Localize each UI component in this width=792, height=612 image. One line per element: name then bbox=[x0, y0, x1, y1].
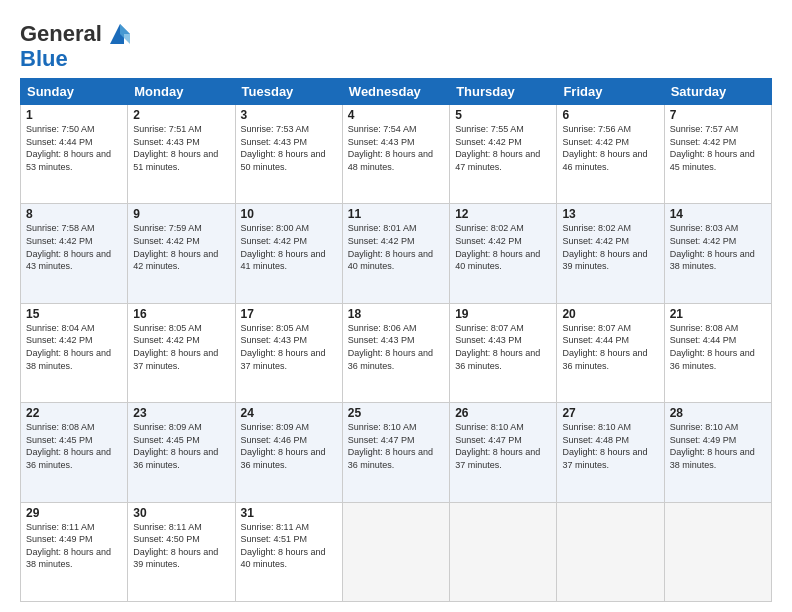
calendar-day-empty bbox=[342, 502, 449, 601]
calendar-day-26: 26 Sunrise: 8:10 AMSunset: 4:47 PMDaylig… bbox=[450, 403, 557, 502]
day-number: 21 bbox=[670, 307, 766, 321]
day-number: 20 bbox=[562, 307, 658, 321]
calendar-week-5: 29 Sunrise: 8:11 AMSunset: 4:49 PMDaylig… bbox=[21, 502, 772, 601]
day-number: 25 bbox=[348, 406, 444, 420]
header-day-tuesday: Tuesday bbox=[235, 79, 342, 105]
day-detail: Sunrise: 8:05 AMSunset: 4:42 PMDaylight:… bbox=[133, 323, 218, 371]
calendar-table: SundayMondayTuesdayWednesdayThursdayFrid… bbox=[20, 78, 772, 602]
calendar-week-4: 22 Sunrise: 8:08 AMSunset: 4:45 PMDaylig… bbox=[21, 403, 772, 502]
header-day-friday: Friday bbox=[557, 79, 664, 105]
calendar-day-28: 28 Sunrise: 8:10 AMSunset: 4:49 PMDaylig… bbox=[664, 403, 771, 502]
calendar-day-23: 23 Sunrise: 8:09 AMSunset: 4:45 PMDaylig… bbox=[128, 403, 235, 502]
day-number: 12 bbox=[455, 207, 551, 221]
day-detail: Sunrise: 8:02 AMSunset: 4:42 PMDaylight:… bbox=[455, 223, 540, 271]
day-detail: Sunrise: 8:11 AMSunset: 4:50 PMDaylight:… bbox=[133, 522, 218, 570]
header-day-sunday: Sunday bbox=[21, 79, 128, 105]
day-detail: Sunrise: 8:01 AMSunset: 4:42 PMDaylight:… bbox=[348, 223, 433, 271]
day-detail: Sunrise: 8:08 AMSunset: 4:45 PMDaylight:… bbox=[26, 422, 111, 470]
calendar-body: 1 Sunrise: 7:50 AMSunset: 4:44 PMDayligh… bbox=[21, 105, 772, 602]
calendar-day-24: 24 Sunrise: 8:09 AMSunset: 4:46 PMDaylig… bbox=[235, 403, 342, 502]
day-number: 19 bbox=[455, 307, 551, 321]
day-detail: Sunrise: 8:10 AMSunset: 4:47 PMDaylight:… bbox=[455, 422, 540, 470]
day-number: 3 bbox=[241, 108, 337, 122]
day-number: 14 bbox=[670, 207, 766, 221]
day-number: 31 bbox=[241, 506, 337, 520]
logo: General Blue bbox=[20, 20, 134, 70]
calendar-day-2: 2 Sunrise: 7:51 AMSunset: 4:43 PMDayligh… bbox=[128, 105, 235, 204]
day-number: 17 bbox=[241, 307, 337, 321]
day-detail: Sunrise: 7:57 AMSunset: 4:42 PMDaylight:… bbox=[670, 124, 755, 172]
day-number: 7 bbox=[670, 108, 766, 122]
day-detail: Sunrise: 8:05 AMSunset: 4:43 PMDaylight:… bbox=[241, 323, 326, 371]
calendar-day-12: 12 Sunrise: 8:02 AMSunset: 4:42 PMDaylig… bbox=[450, 204, 557, 303]
calendar-day-6: 6 Sunrise: 7:56 AMSunset: 4:42 PMDayligh… bbox=[557, 105, 664, 204]
day-number: 4 bbox=[348, 108, 444, 122]
calendar-day-20: 20 Sunrise: 8:07 AMSunset: 4:44 PMDaylig… bbox=[557, 303, 664, 402]
calendar-week-1: 1 Sunrise: 7:50 AMSunset: 4:44 PMDayligh… bbox=[21, 105, 772, 204]
day-detail: Sunrise: 8:09 AMSunset: 4:45 PMDaylight:… bbox=[133, 422, 218, 470]
day-detail: Sunrise: 8:11 AMSunset: 4:51 PMDaylight:… bbox=[241, 522, 326, 570]
calendar-day-empty bbox=[557, 502, 664, 601]
calendar-day-27: 27 Sunrise: 8:10 AMSunset: 4:48 PMDaylig… bbox=[557, 403, 664, 502]
day-number: 29 bbox=[26, 506, 122, 520]
calendar-day-18: 18 Sunrise: 8:06 AMSunset: 4:43 PMDaylig… bbox=[342, 303, 449, 402]
day-number: 23 bbox=[133, 406, 229, 420]
day-number: 10 bbox=[241, 207, 337, 221]
top-area: General Blue bbox=[20, 16, 772, 70]
header-day-thursday: Thursday bbox=[450, 79, 557, 105]
day-detail: Sunrise: 8:09 AMSunset: 4:46 PMDaylight:… bbox=[241, 422, 326, 470]
day-number: 9 bbox=[133, 207, 229, 221]
day-number: 13 bbox=[562, 207, 658, 221]
day-detail: Sunrise: 8:06 AMSunset: 4:43 PMDaylight:… bbox=[348, 323, 433, 371]
day-number: 28 bbox=[670, 406, 766, 420]
day-number: 2 bbox=[133, 108, 229, 122]
page: General Blue SundayMondayTuesdayWednesda… bbox=[0, 0, 792, 612]
day-number: 6 bbox=[562, 108, 658, 122]
calendar-day-21: 21 Sunrise: 8:08 AMSunset: 4:44 PMDaylig… bbox=[664, 303, 771, 402]
day-detail: Sunrise: 8:02 AMSunset: 4:42 PMDaylight:… bbox=[562, 223, 647, 271]
header-day-monday: Monday bbox=[128, 79, 235, 105]
calendar-day-8: 8 Sunrise: 7:58 AMSunset: 4:42 PMDayligh… bbox=[21, 204, 128, 303]
day-detail: Sunrise: 8:07 AMSunset: 4:43 PMDaylight:… bbox=[455, 323, 540, 371]
day-number: 1 bbox=[26, 108, 122, 122]
calendar-day-25: 25 Sunrise: 8:10 AMSunset: 4:47 PMDaylig… bbox=[342, 403, 449, 502]
day-detail: Sunrise: 7:51 AMSunset: 4:43 PMDaylight:… bbox=[133, 124, 218, 172]
day-number: 26 bbox=[455, 406, 551, 420]
day-number: 22 bbox=[26, 406, 122, 420]
header-day-wednesday: Wednesday bbox=[342, 79, 449, 105]
calendar-day-15: 15 Sunrise: 8:04 AMSunset: 4:42 PMDaylig… bbox=[21, 303, 128, 402]
calendar-day-4: 4 Sunrise: 7:54 AMSunset: 4:43 PMDayligh… bbox=[342, 105, 449, 204]
day-number: 11 bbox=[348, 207, 444, 221]
calendar-day-empty bbox=[664, 502, 771, 601]
day-detail: Sunrise: 7:53 AMSunset: 4:43 PMDaylight:… bbox=[241, 124, 326, 172]
logo-text-general: General bbox=[20, 23, 102, 45]
day-number: 18 bbox=[348, 307, 444, 321]
day-number: 5 bbox=[455, 108, 551, 122]
day-detail: Sunrise: 7:50 AMSunset: 4:44 PMDaylight:… bbox=[26, 124, 111, 172]
header-day-saturday: Saturday bbox=[664, 79, 771, 105]
calendar-day-1: 1 Sunrise: 7:50 AMSunset: 4:44 PMDayligh… bbox=[21, 105, 128, 204]
calendar-day-5: 5 Sunrise: 7:55 AMSunset: 4:42 PMDayligh… bbox=[450, 105, 557, 204]
day-detail: Sunrise: 8:10 AMSunset: 4:49 PMDaylight:… bbox=[670, 422, 755, 470]
day-detail: Sunrise: 7:59 AMSunset: 4:42 PMDaylight:… bbox=[133, 223, 218, 271]
day-detail: Sunrise: 7:56 AMSunset: 4:42 PMDaylight:… bbox=[562, 124, 647, 172]
day-detail: Sunrise: 7:55 AMSunset: 4:42 PMDaylight:… bbox=[455, 124, 540, 172]
day-number: 24 bbox=[241, 406, 337, 420]
calendar-day-17: 17 Sunrise: 8:05 AMSunset: 4:43 PMDaylig… bbox=[235, 303, 342, 402]
calendar-day-22: 22 Sunrise: 8:08 AMSunset: 4:45 PMDaylig… bbox=[21, 403, 128, 502]
day-detail: Sunrise: 7:54 AMSunset: 4:43 PMDaylight:… bbox=[348, 124, 433, 172]
calendar-day-19: 19 Sunrise: 8:07 AMSunset: 4:43 PMDaylig… bbox=[450, 303, 557, 402]
calendar-day-13: 13 Sunrise: 8:02 AMSunset: 4:42 PMDaylig… bbox=[557, 204, 664, 303]
calendar-day-30: 30 Sunrise: 8:11 AMSunset: 4:50 PMDaylig… bbox=[128, 502, 235, 601]
day-number: 30 bbox=[133, 506, 229, 520]
calendar-week-3: 15 Sunrise: 8:04 AMSunset: 4:42 PMDaylig… bbox=[21, 303, 772, 402]
day-number: 16 bbox=[133, 307, 229, 321]
day-detail: Sunrise: 7:58 AMSunset: 4:42 PMDaylight:… bbox=[26, 223, 111, 271]
day-detail: Sunrise: 8:10 AMSunset: 4:48 PMDaylight:… bbox=[562, 422, 647, 470]
calendar-day-empty bbox=[450, 502, 557, 601]
calendar-day-3: 3 Sunrise: 7:53 AMSunset: 4:43 PMDayligh… bbox=[235, 105, 342, 204]
calendar-header-row: SundayMondayTuesdayWednesdayThursdayFrid… bbox=[21, 79, 772, 105]
day-number: 27 bbox=[562, 406, 658, 420]
calendar-day-31: 31 Sunrise: 8:11 AMSunset: 4:51 PMDaylig… bbox=[235, 502, 342, 601]
day-detail: Sunrise: 8:03 AMSunset: 4:42 PMDaylight:… bbox=[670, 223, 755, 271]
